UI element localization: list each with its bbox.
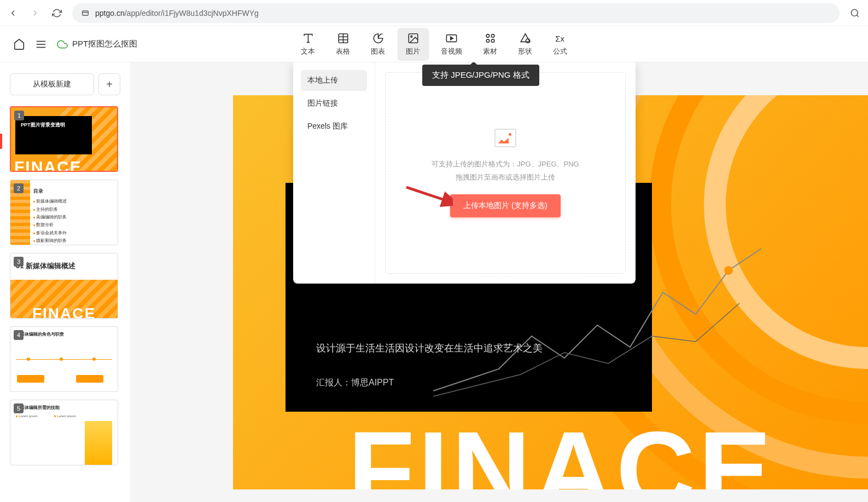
svg-line-25 [406, 187, 447, 201]
toolbar: 文本 表格 图表 图片 音视频 素材 形状 Σx公式 [292, 28, 576, 61]
site-info-icon [81, 9, 90, 18]
browser-bar: pptgo.cn/app/editor/i1FjyW8u1d3cjNvpXHFW… [0, 0, 868, 26]
tooltip: 支持 JPEG/JPG/PNG 格式 [422, 65, 539, 86]
dropdown-sidebar: 本地上传 图片链接 Pexels 图库 [293, 62, 375, 284]
app-header: PPT抠图怎么抠图 文本 表格 图表 图片 音视频 素材 形状 Σx公式 [0, 26, 868, 62]
home-button[interactable] [13, 38, 25, 50]
cloud-status: PPT抠图怎么抠图 [57, 39, 137, 50]
svg-point-18 [491, 34, 494, 37]
slide-quote: 设计源于生活生活因设计改变在生活中追求艺术之美 [316, 342, 543, 355]
svg-point-14 [410, 36, 412, 37]
svg-line-3 [857, 15, 858, 16]
tool-table[interactable]: 表格 [327, 28, 359, 61]
scroll-marker [0, 134, 2, 149]
thumb-number: 3 [14, 257, 24, 267]
document-title[interactable]: PPT抠图怎么抠图 [72, 39, 137, 49]
thumb-number: 5 [14, 403, 24, 413]
thumb-number: 2 [14, 183, 24, 193]
slide-title-finace: FINACE [348, 407, 774, 489]
tool-assets[interactable]: 素材 [474, 28, 506, 61]
tool-formula[interactable]: Σx公式 [544, 28, 576, 61]
mouse-cursor-icon [480, 62, 490, 66]
thumb-number: 1 [14, 111, 24, 120]
thumb-number: 4 [14, 330, 24, 340]
svg-point-23 [724, 266, 733, 275]
tab-image-link[interactable]: 图片链接 [301, 93, 367, 114]
forward-button[interactable] [28, 7, 42, 20]
tool-chart[interactable]: 图表 [362, 28, 394, 61]
tab-local-upload[interactable]: 本地上传 [301, 70, 367, 91]
upload-button[interactable]: 上传本地图片 (支持多选) [450, 194, 560, 217]
svg-text:Σx: Σx [555, 34, 564, 43]
svg-point-20 [491, 39, 494, 42]
upload-dropzone[interactable]: 可支持上传的图片格式为：JPG、JPEG、PNG 拖拽图片至画布或选择图片上传 … [385, 72, 626, 274]
svg-point-17 [486, 34, 490, 37]
svg-point-19 [486, 39, 490, 42]
new-from-template-button[interactable]: 从模板新建 [10, 73, 94, 95]
slide-thumb-5[interactable]: 5 新媒体编辑所需的技能 Lorem ipsum Lorem ipsum [10, 400, 118, 465]
slide-thumb-4[interactable]: 4 新媒体编辑的角色与职责 [10, 326, 118, 392]
annotation-arrow-2 [404, 182, 453, 209]
upload-hint-2: 拖拽图片至画布或选择图片上传 [456, 172, 555, 182]
slide-thumb-3[interactable]: 3 01 新媒体编辑概述 FINACE [10, 253, 118, 319]
cloud-icon [57, 39, 68, 50]
add-slide-button[interactable]: + [98, 73, 120, 95]
image-dropdown: 本地上传 图片链接 Pexels 图库 可支持上传的图片格式为：JPG、JPEG… [293, 62, 636, 284]
url-text: pptgo.cn/app/editor/i1FjyW8u1d3cjNvpXHFW… [95, 9, 259, 18]
slide-sidebar: 从模板新建 + 1 PPT图片背景变透明 FINACE 2 目录 新媒体编辑概述… [0, 62, 130, 502]
tab-pexels[interactable]: Pexels 图库 [301, 116, 367, 137]
tool-image[interactable]: 图片 [397, 28, 429, 61]
canvas-area[interactable]: 设计源于生活生活因设计改变在生活中追求艺术之美 汇报人：博思AIPPT FINA… [130, 62, 868, 502]
upload-image-icon [494, 129, 516, 147]
tool-shapes[interactable]: 形状 [509, 28, 541, 61]
reload-button[interactable] [50, 7, 63, 20]
tool-media[interactable]: 音视频 [432, 28, 471, 61]
slide-thumb-2[interactable]: 2 目录 新媒体编辑概述 主持的职务 美编编辑的职务 数据分析 多语会就关事外 … [10, 180, 118, 245]
url-bar[interactable]: pptgo.cn/app/editor/i1FjyW8u1d3cjNvpXHFW… [72, 3, 840, 23]
zoom-icon[interactable] [848, 7, 861, 20]
svg-rect-0 [83, 11, 89, 15]
svg-point-2 [851, 9, 858, 16]
upload-hint-1: 可支持上传的图片格式为：JPG、JPEG、PNG [432, 159, 579, 169]
menu-button[interactable] [35, 38, 47, 50]
slide-thumb-1[interactable]: 1 PPT图片背景变透明 FINACE [10, 106, 118, 172]
slide-author: 汇报人：博思AIPPT [316, 377, 394, 389]
svg-marker-16 [451, 37, 453, 40]
back-button[interactable] [7, 7, 20, 20]
tool-text[interactable]: 文本 [292, 28, 324, 61]
dropdown-main: 可支持上传的图片格式为：JPG、JPEG、PNG 拖拽图片至画布或选择图片上传 … [375, 62, 636, 284]
thumb-1-title: PPT图片背景变透明 [15, 116, 92, 154]
